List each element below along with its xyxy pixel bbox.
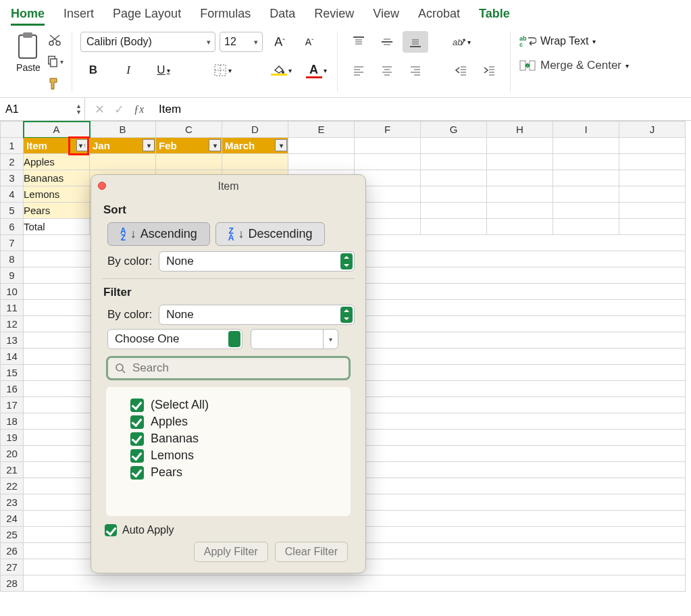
cell[interactable]: Bananas [24,170,90,186]
enter-formula-icon[interactable]: ✓ [114,102,124,117]
merge-center-button[interactable]: Merge & Center ▾ [519,58,629,73]
col-header-c[interactable]: C [156,122,222,138]
align-right[interactable] [403,59,428,81]
cell[interactable] [619,186,686,203]
cell[interactable] [487,138,553,154]
col-header-b[interactable]: B [90,122,156,138]
cell[interactable] [288,154,355,170]
name-box-stepper[interactable]: ▲▼ [76,103,82,116]
filter-search[interactable] [106,356,351,380]
row-header[interactable]: 19 [1,430,24,446]
borders-button[interactable]: ▾ [209,59,235,81]
filter-item[interactable]: Lemons [130,448,344,463]
font-size-select[interactable]: 12 ▾ [220,32,263,52]
col-header-g[interactable]: G [421,122,487,138]
sort-ascending-button[interactable]: AZ ↓ Ascending [107,222,210,246]
font-color-button[interactable]: A ▾ [303,59,329,81]
row-header[interactable]: 10 [1,284,24,300]
cancel-formula-icon[interactable]: ✕ [95,102,105,117]
filter-condition-select[interactable]: Choose One [107,329,242,349]
name-box-input[interactable] [4,103,58,116]
cell[interactable]: Apples [24,154,90,170]
filter-icon[interactable]: ▾ [143,139,155,151]
filter-by-color-select[interactable]: None [159,305,355,325]
row-header[interactable]: 17 [1,397,24,413]
cell[interactable] [487,154,553,170]
row-header[interactable]: 3 [1,170,24,186]
clear-filter-button[interactable]: Clear Filter [275,542,348,562]
decrease-indent[interactable] [448,59,474,81]
filter-icon[interactable]: ▾ [209,139,221,151]
cell[interactable] [553,138,619,154]
col-header-i[interactable]: I [553,122,619,138]
formula-input[interactable] [153,102,691,117]
cell[interactable] [421,186,487,203]
row-header[interactable]: 25 [1,527,24,543]
increase-font-size[interactable]: Aˆ [267,31,292,53]
tab-page-layout[interactable]: Page Layout [113,4,181,26]
table-header-jan[interactable]: Jan▾ [90,138,156,154]
cell[interactable]: Lemons [24,186,90,203]
row-header[interactable]: 11 [1,300,24,316]
decrease-font-size[interactable]: Aˇ [297,31,322,53]
align-top[interactable] [346,31,372,53]
tab-view[interactable]: View [373,4,399,26]
increase-indent[interactable] [476,59,502,81]
row-header[interactable]: 16 [1,381,24,397]
close-icon[interactable] [98,182,106,190]
row-header[interactable]: 20 [1,446,24,462]
cell[interactable] [355,154,421,170]
table-header-item[interactable]: Item▾↑ [24,138,90,154]
font-family-select[interactable]: Calibri (Body) ▾ [80,32,215,52]
cut-icon[interactable] [46,31,63,49]
sort-descending-button[interactable]: ZA ↓ Descending [215,222,326,246]
row-header[interactable]: 28 [1,575,24,592]
col-header-j[interactable]: J [619,122,686,138]
row-header[interactable]: 1 [1,138,24,154]
cell[interactable] [553,154,619,170]
italic-button[interactable]: I [116,59,141,81]
filter-item-select-all[interactable]: (Select All) [130,398,344,412]
align-center[interactable] [374,59,400,81]
filter-item[interactable]: Apples [130,415,344,429]
row-header[interactable]: 4 [1,186,24,203]
align-bottom[interactable] [403,31,428,53]
row-header[interactable]: 2 [1,154,24,170]
cell[interactable]: Total [24,219,90,235]
format-painter-icon[interactable] [46,74,63,92]
copy-icon[interactable]: ▾ [46,53,63,70]
orientation-button[interactable]: ab ▾ [448,31,474,53]
cell[interactable] [355,138,421,154]
cell[interactable] [487,219,553,235]
row-header[interactable]: 21 [1,462,24,478]
row-header[interactable]: 6 [1,219,24,235]
tab-acrobat[interactable]: Acrobat [418,4,460,26]
filter-icon[interactable]: ▾↑ [76,139,88,151]
cell[interactable] [421,170,487,186]
row-header[interactable]: 23 [1,494,24,511]
row-header[interactable]: 5 [1,203,24,219]
paste-button[interactable]: Paste [15,31,42,92]
row-header[interactable]: 8 [1,251,24,267]
cell[interactable] [553,170,619,186]
checkbox-icon[interactable] [105,524,117,536]
tab-formulas[interactable]: Formulas [200,4,251,26]
tab-review[interactable]: Review [314,4,354,26]
filter-item[interactable]: Pears [130,465,344,480]
cell[interactable] [90,154,156,170]
cell[interactable] [487,186,553,203]
row-header[interactable]: 14 [1,349,24,365]
cell[interactable] [619,138,686,154]
cell[interactable] [619,170,686,186]
cell[interactable] [288,138,355,154]
col-header-h[interactable]: H [487,122,553,138]
row-header[interactable]: 22 [1,478,24,494]
underline-button[interactable]: U▾ [151,59,176,81]
fill-color-button[interactable]: ▾ [268,59,294,81]
filter-search-input[interactable] [131,361,342,376]
row-header[interactable]: 9 [1,267,24,284]
tab-insert[interactable]: Insert [63,4,94,26]
cell[interactable]: Pears [24,203,90,219]
align-left[interactable] [346,59,372,81]
table-header-feb[interactable]: Feb▾ [156,138,222,154]
